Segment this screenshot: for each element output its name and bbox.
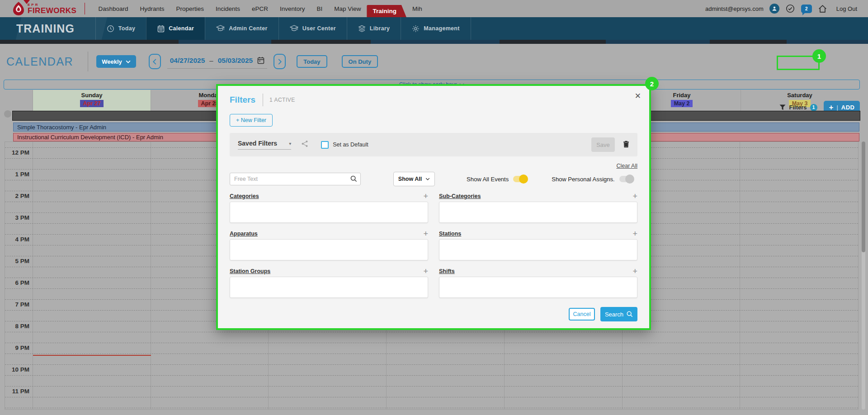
active-filters-count: 1 ACTIVE [269, 97, 295, 103]
show-all-events-toggle[interactable] [513, 176, 527, 182]
time-label: 12 PM [5, 149, 29, 157]
clear-all-link[interactable]: Clear All [616, 163, 637, 169]
chat-notifications-icon[interactable]: 2 [801, 5, 812, 13]
add-stations-icon[interactable]: + [632, 230, 637, 238]
day-date-chip[interactable]: Apr 27 [80, 100, 104, 107]
topnav-item-mih[interactable]: Mih [406, 0, 428, 17]
show-personal-assigns-toggle[interactable] [619, 176, 633, 182]
day-name: Saturday [787, 92, 812, 99]
subnav-item-calendar[interactable]: Calendar [146, 17, 205, 40]
field-label[interactable]: Shifts [439, 268, 455, 274]
on-duty-button[interactable]: On Duty [342, 55, 378, 68]
search-icon[interactable] [350, 175, 357, 184]
half-hour-line [5, 332, 858, 332]
subnav-item-management[interactable]: Management [401, 17, 471, 40]
topnav-item-properties[interactable]: Properties [170, 0, 210, 17]
free-text-input[interactable] [230, 173, 361, 185]
time-label: 3 PM [5, 214, 29, 222]
vertical-scrollbar[interactable] [862, 141, 865, 410]
trash-icon[interactable] [623, 140, 629, 150]
grid-day-col-6[interactable] [740, 142, 858, 409]
annotation-badge-2: 2 [645, 77, 659, 90]
topnav-item-dashboard[interactable]: Dashboard [92, 0, 134, 17]
set-default-checkbox[interactable] [321, 141, 329, 149]
subnav-item-label: Calendar [169, 25, 194, 32]
cancel-button[interactable]: Cancel [569, 308, 595, 321]
check-circle-icon[interactable] [785, 4, 795, 14]
field-label[interactable]: Sub-Categories [439, 193, 481, 199]
filters-modal: ✕ Filters 1 ACTIVE + New Filter Saved Fi… [216, 84, 651, 330]
field-value-box[interactable] [439, 202, 637, 223]
half-hour-line [5, 386, 858, 387]
save-filter-button[interactable]: Save [591, 137, 615, 152]
subnav-item-label: User Center [302, 25, 336, 32]
field-label[interactable]: Station Groups [230, 268, 270, 274]
field-label[interactable]: Stations [439, 231, 461, 237]
topnav-item-incidents[interactable]: Incidents [210, 0, 246, 17]
view-select-button[interactable]: Weekly [96, 55, 136, 68]
chevron-down-icon [126, 60, 131, 63]
topnav-right: admintst@eprsys.com 2 Log Out [705, 4, 868, 14]
today-button[interactable]: Today [297, 55, 327, 68]
field-value-box[interactable] [439, 277, 637, 298]
chevron-down-icon [425, 178, 430, 180]
subnav-item-admin-center[interactable]: Admin Center [205, 17, 278, 40]
add-station-groups-icon[interactable]: + [423, 267, 428, 275]
calendar-picker-icon[interactable] [257, 57, 264, 64]
logo-line2: FIREWORKS [28, 7, 76, 14]
date-start[interactable]: 04/27/2025 [170, 57, 205, 65]
share-icon[interactable] [301, 140, 308, 149]
saved-filters-bar: Saved Filters ▾ Set as Default Save [230, 133, 637, 156]
show-all-events-label: Show All Events [467, 176, 509, 183]
field-value-box[interactable] [439, 239, 637, 260]
topnav-items: DashboardHydrantsPropertiesIncidentsePCR… [92, 0, 428, 17]
date-range[interactable]: 04/27/2025 – 05/03/2025 [167, 55, 268, 69]
allday-drag-handle[interactable] [4, 110, 11, 118]
field-label[interactable]: Apparatus [230, 231, 258, 237]
new-filter-button[interactable]: + New Filter [230, 114, 273, 127]
close-icon[interactable]: ✕ [635, 91, 641, 101]
avatar-icon[interactable] [769, 4, 779, 14]
subnav-item-library[interactable]: Library [347, 17, 401, 40]
filter-field-station-groups: Station Groups+ [230, 267, 428, 298]
add-categories-icon[interactable]: + [423, 192, 428, 200]
prev-week-button[interactable] [149, 54, 161, 69]
show-all-dropdown[interactable]: Show All [393, 172, 435, 186]
topnav-item-hydrants[interactable]: Hydrants [134, 0, 170, 17]
scrollbar-thumb[interactable] [862, 141, 865, 252]
filter-fields-grid: Categories+Sub-Categories+Apparatus+Stat… [230, 192, 637, 298]
show-personal-assigns-label: Show Personal Assigns. [552, 176, 614, 183]
topnav-item-bi[interactable]: BI [311, 0, 329, 17]
half-hour-line [5, 397, 858, 397]
topnav-item-map-view[interactable]: Map View [328, 0, 367, 17]
topnav-item-inventory[interactable]: Inventory [274, 0, 311, 17]
logout-button[interactable]: Log Out [836, 5, 857, 12]
saved-filters-select[interactable]: Saved Filters ▾ [238, 140, 291, 150]
field-value-box[interactable] [230, 202, 428, 223]
date-end[interactable]: 05/03/2025 [218, 57, 253, 65]
time-label: 10 PM [5, 366, 29, 374]
time-label: 8 PM [5, 322, 29, 330]
search-button[interactable]: Search [600, 307, 637, 321]
day-header-col-0[interactable]: SundayApr 27 [33, 90, 151, 111]
field-value-box[interactable] [230, 277, 428, 298]
field-label[interactable]: Categories [230, 193, 259, 199]
set-default-label: Set as Default [333, 141, 368, 148]
time-label: 6 PM [5, 279, 29, 287]
subnav-item-user-center[interactable]: User Center [278, 17, 347, 40]
home-icon[interactable] [818, 4, 828, 14]
subnav-item-today[interactable]: Today [95, 17, 146, 40]
add-apparatus-icon[interactable]: + [423, 230, 428, 238]
field-value-box[interactable] [230, 239, 428, 260]
app-logo[interactable]: EPR FIREWORKS [13, 2, 76, 15]
add-sub-categories-icon[interactable]: + [632, 192, 637, 200]
topnav-item-epcr[interactable]: ePCR [246, 0, 274, 17]
time-label: 4 PM [5, 236, 29, 244]
date-separator: – [209, 57, 213, 64]
grid-day-col-0[interactable] [33, 142, 151, 409]
day-date-chip[interactable]: May 2 [671, 100, 693, 107]
next-week-button[interactable] [274, 54, 286, 69]
add-shifts-icon[interactable]: + [632, 267, 637, 275]
topnav-item-training[interactable]: Training [367, 5, 406, 17]
time-label: 2 PM [5, 192, 29, 200]
